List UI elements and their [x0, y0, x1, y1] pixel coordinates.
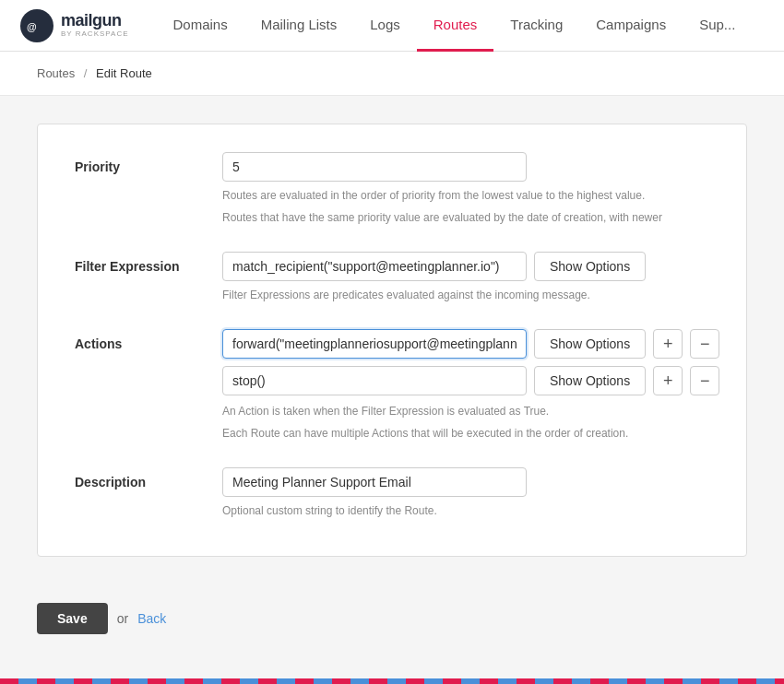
action-row-1: Show Options + −	[222, 329, 719, 359]
action-remove-button-2[interactable]: −	[690, 366, 719, 395]
priority-hint2: Routes that have the same priority value…	[222, 209, 709, 226]
action-add-button-2[interactable]: +	[653, 366, 683, 395]
back-link[interactable]: Back	[137, 611, 166, 626]
filter-show-options-button[interactable]: Show Options	[534, 252, 646, 281]
action-show-options-button-2[interactable]: Show Options	[534, 366, 646, 395]
action-input-1[interactable]	[222, 329, 527, 359]
form-card: Priority Routes are evaluated in the ord…	[37, 124, 747, 557]
actions-hint1: An Action is taken when the Filter Expre…	[222, 403, 719, 419]
logo: @ mailgun BY RACKSPACE	[18, 7, 129, 44]
priority-content: Routes are evaluated in the order of pri…	[222, 152, 709, 226]
nav-routes[interactable]: Routes	[417, 1, 494, 52]
header: @ mailgun BY RACKSPACE Domains Mailing L…	[0, 0, 784, 52]
save-button[interactable]: Save	[37, 603, 108, 634]
filter-expression-hint: Filter Expressions are predicates evalua…	[222, 287, 709, 303]
save-area: Save or Back	[0, 584, 784, 653]
description-hint: Optional custom string to identify the R…	[222, 502, 709, 519]
nav-domains[interactable]: Domains	[157, 1, 244, 52]
mailgun-logo-icon: @	[18, 7, 55, 44]
actions-content: Show Options + − Show Options + − An Act…	[222, 329, 719, 442]
filter-expression-label: Filter Expression	[75, 252, 222, 274]
breadcrumb-current: Edit Route	[96, 66, 152, 80]
action-row-2: Show Options + −	[222, 366, 719, 395]
description-row: Description Optional custom string to id…	[75, 467, 709, 519]
nav-tracking[interactable]: Tracking	[493, 1, 579, 52]
breadcrumb-routes-link[interactable]: Routes	[37, 66, 75, 80]
nav-campaigns[interactable]: Campaigns	[579, 1, 683, 52]
breadcrumb-separator: /	[84, 66, 88, 80]
action-remove-button-1[interactable]: −	[690, 329, 719, 359]
svg-point-0	[20, 9, 53, 42]
breadcrumb-bar: Routes / Edit Route	[0, 52, 784, 96]
priority-hint1: Routes are evaluated in the order of pri…	[222, 187, 709, 204]
action-input-2[interactable]	[222, 366, 527, 395]
action-add-button-1[interactable]: +	[653, 329, 683, 359]
action-show-options-button-1[interactable]: Show Options	[534, 329, 646, 359]
description-content: Optional custom string to identify the R…	[222, 467, 709, 519]
description-input[interactable]	[222, 467, 527, 497]
breadcrumb: Routes / Edit Route	[37, 66, 747, 80]
svg-text:@: @	[27, 21, 37, 32]
priority-label: Priority	[75, 152, 222, 174]
priority-row: Priority Routes are evaluated in the ord…	[75, 152, 709, 226]
save-or-text: or	[117, 611, 128, 626]
nav-sup[interactable]: Sup...	[683, 1, 752, 52]
main-content: Priority Routes are evaluated in the ord…	[0, 96, 784, 584]
nav-mailing-lists[interactable]: Mailing Lists	[244, 1, 354, 52]
nav-logs[interactable]: Logs	[353, 1, 417, 52]
actions-row: Actions Show Options + − Show Options + …	[75, 329, 709, 442]
main-nav: Domains Mailing Lists Logs Routes Tracki…	[157, 0, 753, 51]
filter-expression-input[interactable]	[222, 252, 527, 281]
filter-expression-row: Filter Expression Show Options Filter Ex…	[75, 252, 709, 303]
filter-expression-inputs: Show Options	[222, 252, 709, 281]
priority-input[interactable]	[222, 152, 527, 182]
filter-expression-content: Show Options Filter Expressions are pred…	[222, 252, 709, 303]
actions-hint2: Each Route can have multiple Actions tha…	[222, 425, 719, 442]
actions-label: Actions	[75, 329, 222, 351]
description-label: Description	[75, 467, 222, 489]
